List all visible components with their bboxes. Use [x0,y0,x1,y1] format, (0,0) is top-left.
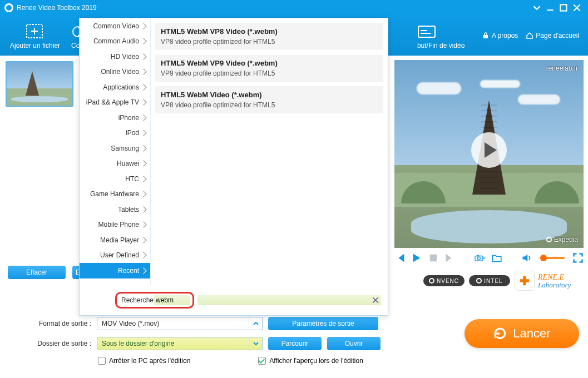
output-params-button[interactable]: Paramètres de sortie [268,317,378,330]
format-category-label: Samsung [111,145,139,152]
toolbar-item-end[interactable]: but/Fin de vidéo [417,16,482,56]
chevron-right-icon [140,161,146,167]
chevron-right-icon [140,191,146,197]
svg-point-7 [477,257,480,260]
format-category-label: Media Player [100,236,139,244]
clip-list [0,56,79,263]
format-combo-arrow[interactable] [249,317,262,330]
format-category-item[interactable]: User Defined [80,248,150,263]
format-category-item[interactable]: HTC [80,171,150,187]
home-label: Page d'accueil [536,32,579,39]
format-category-item[interactable]: HD Video [80,49,150,64]
folder-combo-arrow[interactable] [249,337,262,350]
format-category-item[interactable]: Huawei [80,156,150,172]
format-category-label: iPod [126,129,139,137]
preview-label: Afficher l'aperçu lors de l'édition [269,357,363,365]
format-result-item[interactable]: HTML5 WebM VP8 Video (*.webm)VP8 video p… [155,23,383,50]
volume-slider[interactable] [540,257,565,259]
format-category-item[interactable]: iPhone [80,110,150,126]
search-field-extension[interactable] [197,295,381,305]
chevron-right-icon [140,206,146,212]
format-category-item[interactable]: Recent [80,263,150,278]
fullscreen-button[interactable] [572,252,584,263]
clip-thumbnail[interactable] [6,61,73,107]
add-file-button[interactable]: Ajouter un fichier [0,16,70,56]
format-category-item[interactable]: iPod [80,126,150,141]
format-popup: Common VideoCommon AudioHD VideoOnline V… [79,18,388,316]
open-button[interactable]: Ouvrir [327,337,381,350]
home-link[interactable]: Page d'accueil [526,32,579,39]
format-category-label: Game Hardware [90,190,139,198]
format-category-item[interactable]: Media Player [80,232,150,248]
format-result-subtitle: VP8 video profile optimized for HTML5 [161,101,378,109]
format-label: Format de sortie : [8,320,91,327]
chevron-right-icon [140,237,146,243]
format-category-label: Recent [118,267,139,275]
nvenc-badge: NVENC [423,275,465,286]
format-results: HTML5 WebM VP8 Video (*.webm)VP8 video p… [151,18,388,285]
shutdown-checkbox[interactable] [98,357,106,365]
format-category-item[interactable]: Mobile Phone [80,217,150,233]
search-label: Recherche [115,292,154,309]
format-category-item[interactable]: Applications [80,79,150,95]
chevron-right-icon [140,176,146,182]
chevron-right-icon [140,69,146,75]
dropdown-icon[interactable] [530,2,543,13]
format-category-label: HTC [125,175,139,183]
about-link[interactable]: A propos [482,32,518,39]
title-bar: Renee Video Toolbox 2019 [0,0,588,16]
format-category-item[interactable]: Online Video [80,64,150,80]
browse-button[interactable]: Parcourir [268,337,322,350]
format-category-item[interactable]: Game Hardware [80,187,150,202]
clear-button[interactable]: Effacer [8,266,66,279]
refresh-icon [493,326,507,341]
add-file-icon [26,22,45,42]
maximize-button[interactable] [557,2,570,13]
format-category-item[interactable]: iPad && Apple TV [80,95,150,111]
intel-badge: INTEL [469,275,510,286]
format-category-label: Common Video [93,22,140,30]
preview-checkbox[interactable] [258,357,266,365]
folder-combo[interactable]: Sous le dossier d'origine [97,337,263,350]
add-file-label: Ajouter un fichier [10,42,60,49]
prev-button[interactable] [394,252,406,263]
shutdown-label: Arrêter le PC après l'édition [109,357,190,365]
clear-search-icon[interactable] [372,297,379,304]
format-category-label: User Defined [100,251,139,259]
format-category-item[interactable]: Samsung [80,141,150,156]
close-button[interactable] [570,2,584,13]
chevron-right-icon [140,267,146,273]
format-category-label: iPhone [118,114,139,122]
chevron-right-icon [140,145,146,151]
format-category-item[interactable]: Common Audio [80,34,150,49]
format-category-item[interactable]: Common Video [80,18,150,34]
svg-rect-5 [430,255,437,262]
stop-button[interactable] [428,252,439,263]
toolbar-item-end-label: but/Fin de vidéo [417,42,465,49]
format-category-label: Common Audio [93,37,139,45]
open-folder-button[interactable] [491,252,502,263]
play-overlay-icon[interactable] [471,132,507,168]
launch-button[interactable]: Lancer [465,319,579,348]
search-input[interactable] [154,295,190,305]
volume-button[interactable] [521,252,532,263]
format-result-subtitle: VP9 video profile optimized for HTML5 [161,69,378,77]
chevron-right-icon [140,38,146,44]
play-button[interactable] [411,252,422,263]
chevron-right-icon [140,130,146,136]
next-button[interactable] [444,252,456,263]
format-result-item[interactable]: HTML5 WebM Video (*.webm)VP8 video profi… [155,86,383,113]
format-category-label: Mobile Phone [98,221,139,228]
launch-label: Lancer [513,326,550,341]
player-controls [390,249,588,266]
format-result-item[interactable]: HTML5 WebM VP9 Video (*.webm)VP9 video p… [155,54,383,82]
renee-logo: RENE.ELaboratory [515,269,584,292]
medical-cross-icon [515,271,535,291]
svg-rect-8 [477,255,478,257]
video-preview[interactable]: reneelab.fr Expedia [394,60,584,248]
format-category-label: Huawei [117,160,139,167]
minimize-button[interactable] [543,2,557,13]
format-category-item[interactable]: Tablets [80,202,150,217]
snapshot-button[interactable] [475,252,486,263]
format-combo[interactable]: MOV Video (*.mov) [97,317,263,330]
